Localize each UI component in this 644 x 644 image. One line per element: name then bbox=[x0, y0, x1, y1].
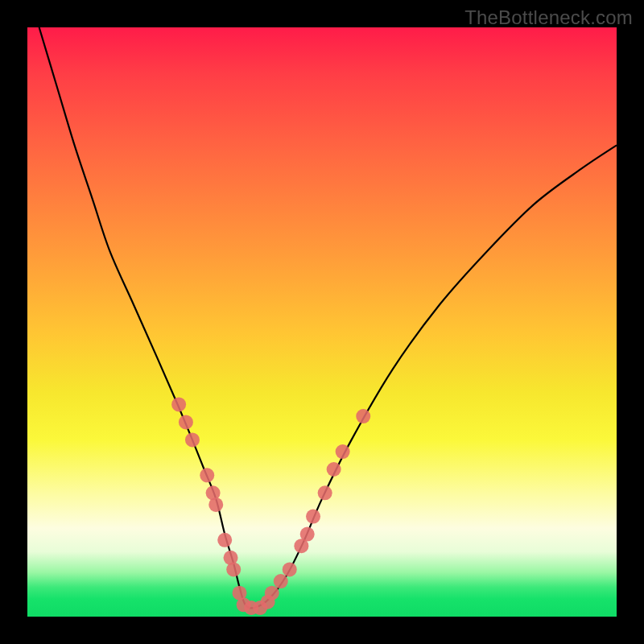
curve-marker bbox=[185, 432, 200, 447]
curve-marker bbox=[208, 497, 223, 512]
curve-markers bbox=[171, 397, 370, 615]
watermark-text: TheBottleneck.com bbox=[464, 6, 633, 29]
gradient-plot-area bbox=[27, 27, 617, 617]
curve-marker bbox=[171, 397, 186, 411]
curve-marker bbox=[356, 409, 370, 423]
curve-marker bbox=[265, 586, 279, 601]
curve-marker bbox=[217, 533, 232, 547]
curve-marker bbox=[306, 510, 320, 524]
curve-marker bbox=[318, 485, 332, 500]
bottleneck-curve bbox=[39, 27, 617, 609]
curve-marker bbox=[283, 562, 297, 576]
curve-marker bbox=[300, 527, 315, 542]
curve-marker bbox=[226, 562, 241, 576]
curve-marker bbox=[327, 462, 341, 477]
curve-marker bbox=[336, 444, 350, 459]
curve-marker bbox=[200, 468, 214, 482]
chart-svg bbox=[27, 27, 617, 617]
curve-marker bbox=[179, 415, 193, 429]
curve-marker bbox=[274, 574, 288, 588]
